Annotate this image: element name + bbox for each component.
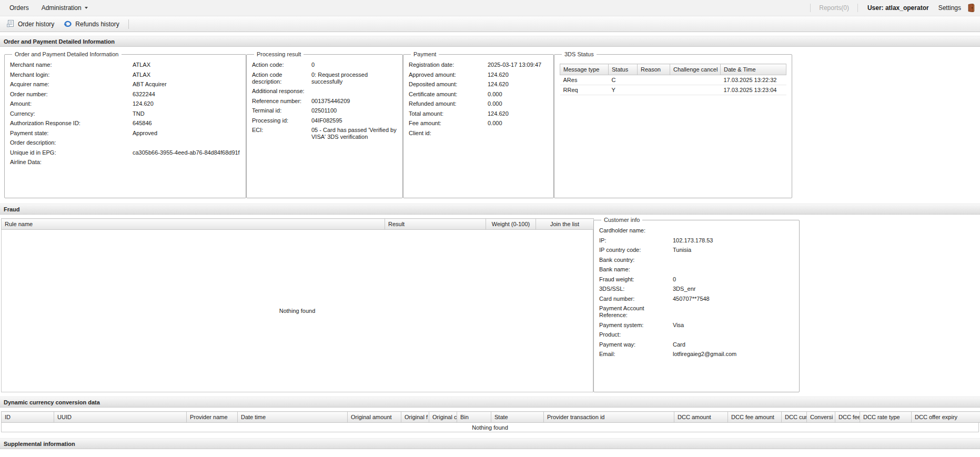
field-row: Order number: 6322244 <box>10 91 240 98</box>
threeds-table-body: ARes C 17.03.2025 13:22:32 RReq Y 17.03.… <box>560 75 786 95</box>
field-row: Payment system: Visa <box>599 322 794 329</box>
column-header: DCC rate type <box>860 412 912 423</box>
column-header: DCC amount <box>674 412 728 423</box>
column-header: Message type <box>560 64 609 75</box>
field-row: Payment Account Reference: <box>599 305 794 319</box>
section-header-fraud: Fraud <box>0 204 980 215</box>
field-label: Order description: <box>10 139 133 146</box>
field-value: ATLAX <box>133 72 240 78</box>
field-value <box>673 266 794 273</box>
field-value: 0.000 <box>488 91 548 98</box>
field-row: Currency: TND <box>10 110 240 117</box>
field-row: Cardholder name: <box>599 227 794 234</box>
field-value: 450707**7548 <box>673 296 794 302</box>
toolbar: Order history Refunds history <box>0 16 980 32</box>
field-row: IP: 102.173.178.53 <box>599 237 794 244</box>
dcc-table-empty-body: Nothing found <box>1 423 979 432</box>
field-label: Order number: <box>10 91 133 98</box>
field-value <box>673 227 794 234</box>
field-label: IP: <box>599 237 673 244</box>
payment-panel-legend: Payment <box>411 51 439 57</box>
logout-door-icon[interactable] <box>967 4 975 12</box>
field-value <box>311 88 397 95</box>
column-header: Date & Time <box>721 64 786 75</box>
order-detail-panel-legend: Order and Payment Detailed Information <box>12 51 122 57</box>
field-row: Bank name: <box>599 266 794 273</box>
divider <box>857 4 858 12</box>
field-value: 05 - Card has passed 'Verified by VISA' … <box>311 127 397 140</box>
refunds-history-icon <box>64 19 72 28</box>
field-value: 645846 <box>133 120 240 127</box>
divider <box>810 4 811 12</box>
field-row: Approved amount: 124.620 <box>409 72 548 78</box>
column-header: Original c <box>429 412 457 423</box>
section-title: Fraud <box>4 206 20 212</box>
menu-settings[interactable]: Settings <box>933 4 966 12</box>
cell-reason <box>638 75 670 85</box>
field-value: lotfiregaieg2@gmail.com <box>673 351 794 358</box>
order-detail-panel: Order and Payment Detailed Information M… <box>4 51 246 198</box>
field-row: IP country code: Tunisia <box>599 247 794 253</box>
field-value: 124.620 <box>488 110 548 117</box>
section-header-supplemental: Supplemental information <box>0 438 980 449</box>
field-value <box>133 139 240 146</box>
field-row: Card number: 450707**7548 <box>599 296 794 302</box>
field-value: 2025-03-17 13:09:47 <box>488 62 548 68</box>
field-value: 124.620 <box>133 100 240 107</box>
field-value: 0.000 <box>488 120 548 127</box>
menu-orders[interactable]: Orders <box>3 4 35 12</box>
field-label: Currency: <box>10 110 133 117</box>
order-history-icon <box>7 19 15 29</box>
cell-message-type: RReq <box>560 85 609 95</box>
field-row: Merchant name: ATLAX <box>10 62 240 68</box>
fraud-header-row: Rule name Result Weight (0-100) Join the… <box>2 219 594 230</box>
field-value: TND <box>133 110 240 117</box>
menu-reports[interactable]: Reports(0) <box>816 4 852 12</box>
field-row: Terminal id: 02501100 <box>252 107 397 114</box>
section-title: Dynamic currency conversion data <box>4 399 100 405</box>
fraud-table-empty-body: Nothing found <box>1 230 593 392</box>
field-value: 0 <box>673 276 794 283</box>
field-label: Registration date: <box>409 62 488 68</box>
threeds-status-table: Message type Status Reason Challenge can… <box>560 64 786 95</box>
column-header: Status <box>609 64 638 75</box>
cell-datetime: 17.03.2025 13:23:04 <box>721 85 786 95</box>
field-row: Fee amount: 0.000 <box>409 120 548 127</box>
table-row: ARes C 17.03.2025 13:22:32 <box>560 75 786 85</box>
menu-administration[interactable]: Administration <box>35 4 94 12</box>
field-value <box>133 159 240 166</box>
column-header: DCC fee <box>835 412 860 423</box>
refunds-history-button[interactable]: Refunds history <box>59 18 124 31</box>
cell-reason <box>638 85 670 95</box>
field-row: Reference number: 001375446209 <box>252 98 397 105</box>
order-history-button[interactable]: Order history <box>2 18 59 31</box>
dcc-header-row: ID UUID Provider name Date time Original… <box>2 412 980 423</box>
processing-result-panel-legend: Processing result <box>254 51 304 57</box>
field-row: Fraud weight: 0 <box>599 276 794 283</box>
field-row: Merchant login: ATLAX <box>10 72 240 78</box>
field-value: 0 <box>311 62 397 68</box>
column-header: Bin <box>457 412 491 423</box>
field-label: Payment way: <box>599 341 673 348</box>
field-label: Bank country: <box>599 257 673 263</box>
field-label: Processing id: <box>252 117 311 124</box>
field-label: Email: <box>599 351 673 358</box>
column-header: Original f <box>401 412 429 423</box>
field-label: Fraud weight: <box>599 276 673 283</box>
field-label: Action code: <box>252 62 311 68</box>
customer-info-panel-legend: Customer info <box>601 217 642 223</box>
field-row: Refunded amount: 0.000 <box>409 100 548 107</box>
user-label: User: atlax_operator <box>863 4 933 12</box>
threeds-header-row: Message type Status Reason Challenge can… <box>560 64 786 75</box>
field-row: Amount: 124.620 <box>10 100 240 107</box>
fraud-area: Rule name Result Weight (0-100) Join the… <box>0 215 980 397</box>
field-label: Deposited amount: <box>409 81 488 88</box>
field-value <box>673 331 794 338</box>
fraud-nothing-found-label: Nothing found <box>279 308 316 314</box>
customer-info-fields: Cardholder name: IP: 102.173.178.53 IP c… <box>599 227 794 358</box>
section-header-dcc: Dynamic currency conversion data <box>0 397 980 408</box>
field-row: Authorization Response ID: 645846 <box>10 120 240 127</box>
field-label: Action code description: <box>252 72 311 85</box>
field-label: Amount: <box>10 100 133 107</box>
dcc-table-header: ID UUID Provider name Date time Original… <box>1 411 980 423</box>
